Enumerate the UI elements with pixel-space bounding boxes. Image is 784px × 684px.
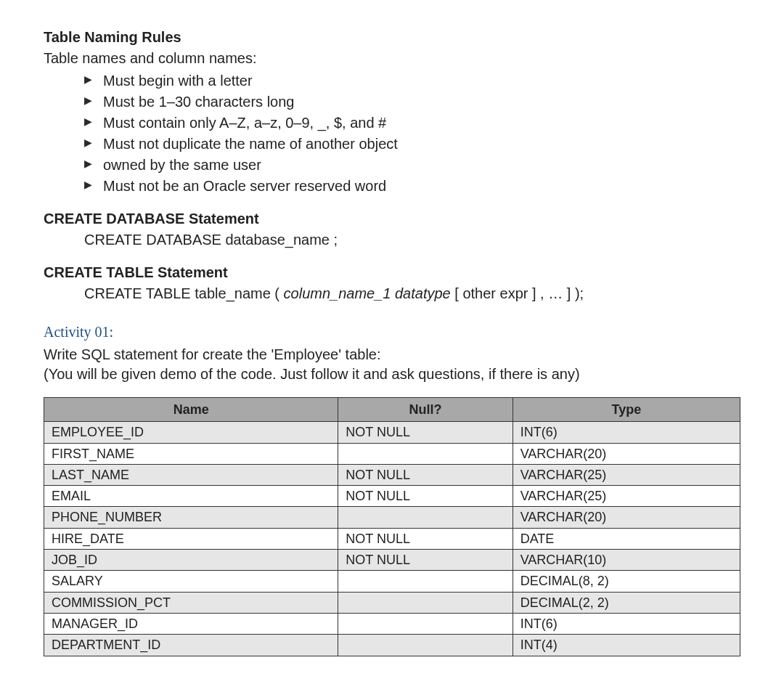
table-row: MANAGER_IDINT(6) xyxy=(44,613,740,634)
col-type-header: Type xyxy=(513,398,740,422)
cell-null xyxy=(338,613,513,634)
cell-null xyxy=(338,592,513,613)
table-row: JOB_IDNOT NULLVARCHAR(10) xyxy=(44,550,740,571)
cell-name: JOB_ID xyxy=(44,550,338,571)
list-item: owned by the same user xyxy=(84,155,740,175)
table-row: LAST_NAMENOT NULLVARCHAR(25) xyxy=(44,464,740,485)
col-name-header: Name xyxy=(44,398,338,422)
cell-type: VARCHAR(20) xyxy=(513,443,740,464)
table-row: DEPARTMENT_IDINT(4) xyxy=(44,635,740,656)
cell-type: DECIMAL(8, 2) xyxy=(513,571,740,592)
table-header-row: Name Null? Type xyxy=(44,398,740,422)
cell-type: DATE xyxy=(513,528,740,549)
cell-type: DECIMAL(2, 2) xyxy=(513,592,740,613)
cell-name: COMMISSION_PCT xyxy=(44,592,338,613)
cell-null: NOT NULL xyxy=(338,528,513,549)
create-db-heading: CREATE DATABASE Statement xyxy=(44,209,740,229)
table-body: EMPLOYEE_IDNOT NULLINT(6)FIRST_NAMEVARCH… xyxy=(44,422,740,656)
cell-type: VARCHAR(25) xyxy=(513,464,740,485)
cell-null: NOT NULL xyxy=(338,486,513,507)
cell-name: DEPARTMENT_ID xyxy=(44,635,338,656)
cell-null xyxy=(338,571,513,592)
naming-rules-list: Must begin with a letter Must be 1–30 ch… xyxy=(44,71,740,196)
table-row: SALARYDECIMAL(8, 2) xyxy=(44,571,740,592)
cell-name: EMPLOYEE_ID xyxy=(44,422,338,443)
activity-line2: (You will be given demo of the code. Jus… xyxy=(44,365,740,384)
table-row: HIRE_DATENOT NULLDATE xyxy=(44,528,740,549)
cell-name: EMAIL xyxy=(44,486,338,507)
cell-type: VARCHAR(10) xyxy=(513,550,740,571)
list-item: Must contain only A–Z, a–z, 0–9, _, $, a… xyxy=(84,113,740,133)
cell-name: SALARY xyxy=(44,571,338,592)
create-table-heading: CREATE TABLE Statement xyxy=(44,263,740,282)
code-italic: column_name_1 datatype xyxy=(284,285,451,301)
table-row: PHONE_NUMBERVARCHAR(20) xyxy=(44,507,740,528)
naming-rules-heading: Table Naming Rules xyxy=(44,28,740,47)
cell-type: INT(4) xyxy=(513,635,740,656)
cell-type: INT(6) xyxy=(513,422,740,443)
list-item: Must not be an Oracle server reserved wo… xyxy=(84,176,740,196)
cell-null xyxy=(338,443,513,464)
col-null-header: Null? xyxy=(338,398,513,422)
cell-name: FIRST_NAME xyxy=(44,443,338,464)
activity-line1: Write SQL statement for create the 'Empl… xyxy=(44,345,740,365)
table-row: EMAILNOT NULLVARCHAR(25) xyxy=(44,486,740,507)
table-row: FIRST_NAMEVARCHAR(20) xyxy=(44,443,740,464)
cell-type: VARCHAR(20) xyxy=(513,507,740,528)
employee-table: Name Null? Type EMPLOYEE_IDNOT NULLINT(6… xyxy=(44,397,740,656)
cell-name: PHONE_NUMBER xyxy=(44,507,338,528)
cell-name: MANAGER_ID xyxy=(44,613,338,634)
cell-null xyxy=(338,507,513,528)
naming-rules-subtext: Table names and column names: xyxy=(44,49,740,68)
cell-null xyxy=(338,635,513,656)
create-db-code: CREATE DATABASE database_name ; xyxy=(84,230,740,250)
code-text: CREATE TABLE table_name ( xyxy=(84,285,284,301)
list-item: Must begin with a letter xyxy=(84,71,740,91)
list-item: Must not duplicate the name of another o… xyxy=(84,134,740,154)
table-row: EMPLOYEE_IDNOT NULLINT(6) xyxy=(44,422,740,443)
table-row: COMMISSION_PCTDECIMAL(2, 2) xyxy=(44,592,740,613)
cell-name: LAST_NAME xyxy=(44,464,338,485)
create-table-code: CREATE TABLE table_name ( column_name_1 … xyxy=(84,284,740,304)
code-text: [ other expr ] , … ] ); xyxy=(451,285,584,301)
activity-heading: Activity 01: xyxy=(44,322,740,342)
cell-null: NOT NULL xyxy=(338,550,513,571)
cell-null: NOT NULL xyxy=(338,464,513,485)
cell-type: INT(6) xyxy=(513,613,740,634)
cell-name: HIRE_DATE xyxy=(44,528,338,549)
cell-null: NOT NULL xyxy=(338,422,513,443)
list-item: Must be 1–30 characters long xyxy=(84,92,740,112)
cell-type: VARCHAR(25) xyxy=(513,486,740,507)
